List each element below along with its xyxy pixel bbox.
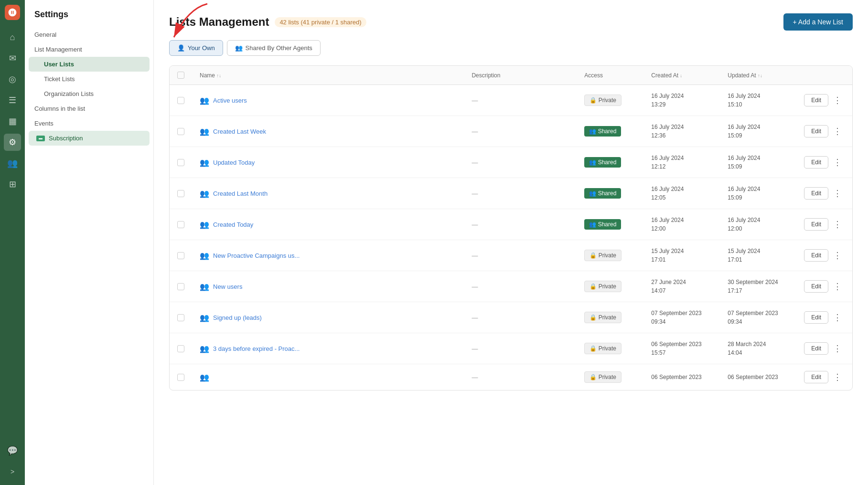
row-checkbox-10[interactable] [177, 374, 184, 381]
list-description-7: — [464, 271, 577, 302]
row-checkbox-3[interactable] [177, 159, 184, 166]
list-name-label-9: 3 days before expired - Proac... [213, 345, 300, 352]
more-button-6[interactable]: ⋮ [830, 249, 845, 262]
subscription-icon: ▬ [36, 136, 45, 141]
row-checkbox-9[interactable] [177, 345, 184, 352]
sidebar-item-columns[interactable]: Columns in the list [25, 101, 153, 116]
list-name-3[interactable]: 👥 Updated Today [200, 158, 456, 167]
mail-nav-icon[interactable]: ✉ [4, 50, 21, 67]
row-checkbox-7[interactable] [177, 283, 184, 290]
add-new-list-button[interactable]: + Add a New List [783, 13, 853, 31]
settings-nav-icon[interactable]: ⚙ [4, 134, 21, 151]
contacts-nav-icon[interactable]: ◎ [4, 71, 21, 88]
tab-shared-by-other-agents[interactable]: 👥 Shared By Other Agents [227, 40, 321, 56]
users-nav-icon[interactable]: 👥 [4, 155, 21, 172]
th-updated-at[interactable]: Updated At ↑↓ [720, 66, 796, 85]
grid-nav-icon[interactable]: ⊞ [4, 176, 21, 193]
more-button-1[interactable]: ⋮ [830, 94, 845, 106]
list-count-badge: 42 lists (41 private / 1 shared) [275, 17, 366, 27]
edit-button-5[interactable]: Edit [804, 218, 828, 231]
list-name-label-7: New users [213, 283, 242, 290]
list-name-7[interactable]: 👥 New users [200, 282, 456, 291]
more-button-3[interactable]: ⋮ [830, 156, 845, 169]
row-checkbox-6[interactable] [177, 252, 184, 259]
row-checkbox-5[interactable] [177, 221, 184, 228]
list-name-1[interactable]: 👥 Active users [200, 96, 456, 105]
sidebar-item-events[interactable]: Events [25, 116, 153, 131]
list-description-6: — [464, 240, 577, 271]
list-name-2[interactable]: 👥 Created Last Week [200, 127, 456, 136]
list-name-label-4: Created Last Month [213, 190, 268, 197]
th-created-at[interactable]: Created At ↓ [643, 66, 720, 85]
more-button-10[interactable]: ⋮ [830, 371, 845, 383]
list-created-8: 07 September 202309:34 [643, 302, 720, 333]
sidebar-item-general[interactable]: General [25, 27, 153, 42]
list-name-4[interactable]: 👥 Created Last Month [200, 189, 456, 198]
sidebar-item-subscription[interactable]: ▬ Subscription [29, 131, 150, 146]
list-actions-4: Edit ⋮ [804, 187, 845, 200]
row-checkbox-2[interactable] [177, 128, 184, 135]
list-actions-3: Edit ⋮ [804, 156, 845, 169]
list-name-5[interactable]: 👥 Created Today [200, 220, 456, 229]
tab-shared-label: Shared By Other Agents [246, 44, 312, 52]
chat-nav-icon[interactable]: 💬 [4, 442, 21, 459]
edit-button-9[interactable]: Edit [804, 342, 828, 355]
list-name-10[interactable]: 👥 [200, 373, 456, 382]
edit-button-8[interactable]: Edit [804, 311, 828, 324]
list-access-5: 👥 Shared [577, 209, 643, 240]
sidebar-item-list-management[interactable]: List Management [25, 42, 153, 57]
private-badge: 🔒 Private [584, 95, 622, 106]
list-name-label-8: Signed up (leads) [213, 314, 262, 321]
lists-table-container: Name ↑↓ Description Access Created At ↓ … [169, 65, 853, 390]
nav-collapse-button[interactable]: > [4, 463, 21, 480]
more-button-9[interactable]: ⋮ [830, 342, 845, 355]
lists-nav-icon[interactable]: ☰ [4, 92, 21, 109]
edit-button-7[interactable]: Edit [804, 280, 828, 293]
table-row: 👥 Created Today — 👥 Shared 16 July 20241… [170, 209, 852, 240]
sidebar-item-organization-lists[interactable]: Organization Lists [29, 86, 150, 101]
edit-button-3[interactable]: Edit [804, 156, 828, 169]
list-actions-9: Edit ⋮ [804, 342, 845, 355]
table-row: 👥 Created Last Week — 👥 Shared 16 July 2… [170, 116, 852, 147]
private-badge: 🔒 Private [584, 343, 622, 354]
more-button-2[interactable]: ⋮ [830, 125, 845, 137]
select-all-checkbox[interactable] [177, 72, 184, 79]
edit-button-6[interactable]: Edit [804, 249, 828, 262]
app-logo[interactable] [5, 5, 20, 20]
list-updated-5: 16 July 202412:00 [720, 209, 796, 240]
edit-button-2[interactable]: Edit [804, 125, 828, 137]
edit-button-4[interactable]: Edit [804, 187, 828, 200]
more-button-8[interactable]: ⋮ [830, 311, 845, 324]
edit-button-1[interactable]: Edit [804, 94, 828, 106]
more-button-4[interactable]: ⋮ [830, 187, 845, 200]
sidebar-item-user-lists[interactable]: User Lists [29, 57, 150, 72]
table-row: 👥 — 🔒 Private 06 September 2023 06 Septe… [170, 364, 852, 390]
list-actions-10: Edit ⋮ [804, 371, 845, 383]
list-name-label-5: Created Today [213, 221, 253, 228]
list-name-6[interactable]: 👥 New Proactive Campaigns us... [200, 251, 456, 260]
list-name-label-3: Updated Today [213, 159, 255, 166]
list-name-9[interactable]: 👥 3 days before expired - Proac... [200, 344, 456, 353]
shared-badge: 👥 Shared [584, 188, 621, 199]
th-name[interactable]: Name ↑↓ [192, 66, 464, 85]
chart-nav-icon[interactable]: ▦ [4, 113, 21, 130]
home-nav-icon[interactable]: ⌂ [4, 29, 21, 46]
row-checkbox-4[interactable] [177, 190, 184, 197]
list-users-icon-10: 👥 [200, 373, 209, 382]
edit-button-10[interactable]: Edit [804, 371, 828, 383]
list-name-label-1: Active users [213, 97, 247, 104]
row-checkbox-1[interactable] [177, 97, 184, 104]
list-name-8[interactable]: 👥 Signed up (leads) [200, 313, 456, 322]
more-button-7[interactable]: ⋮ [830, 280, 845, 293]
list-created-7: 27 June 202414:07 [643, 271, 720, 302]
th-description: Description [464, 66, 577, 85]
more-button-5[interactable]: ⋮ [830, 218, 845, 231]
list-access-9: 🔒 Private [577, 333, 643, 364]
th-actions [796, 66, 852, 85]
row-checkbox-8[interactable] [177, 314, 184, 321]
list-users-icon-5: 👥 [200, 220, 209, 229]
sidebar-item-ticket-lists[interactable]: Ticket Lists [29, 72, 150, 86]
list-access-4: 👥 Shared [577, 178, 643, 209]
tab-your-own[interactable]: 👤 Your Own [169, 40, 223, 56]
updated-sort-icon: ↑↓ [758, 73, 762, 78]
